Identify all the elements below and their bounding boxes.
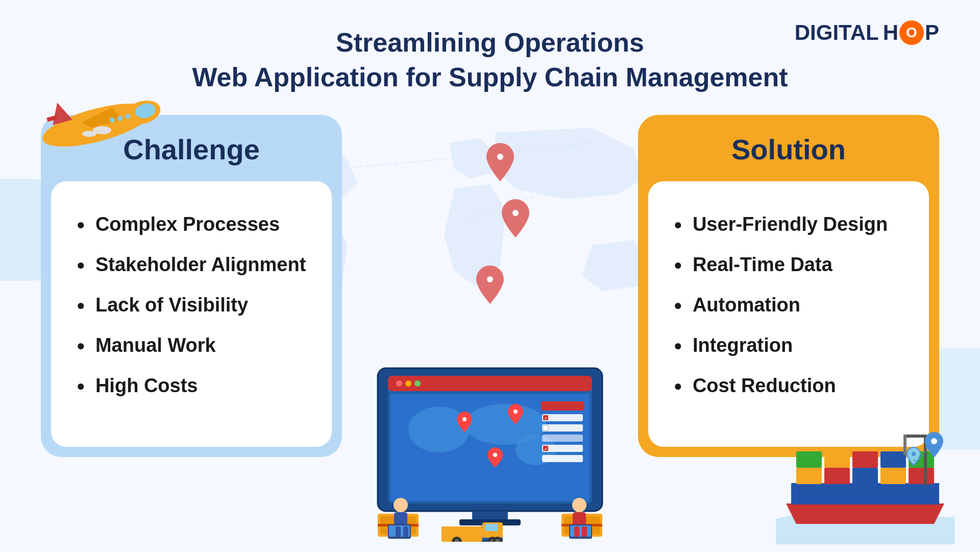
svg-point-90 xyxy=(931,438,937,444)
challenge-item-2: Stakeholder Alignment xyxy=(77,245,306,285)
logo: DIGITAL H O P xyxy=(795,20,939,45)
svg-point-50 xyxy=(394,498,408,512)
logo-digital-text: DIGITAL xyxy=(795,20,879,45)
airplane-decoration xyxy=(31,77,163,169)
svg-point-22 xyxy=(405,380,411,387)
svg-rect-76 xyxy=(791,483,939,505)
challenge-body: Complex Processes Stakeholder Alignment … xyxy=(51,181,332,447)
solution-item-5: Cost Reduction xyxy=(674,366,903,406)
svg-rect-54 xyxy=(396,526,401,537)
challenge-item-4: Manual Work xyxy=(77,325,306,366)
svg-rect-83 xyxy=(824,451,850,468)
svg-rect-82 xyxy=(796,451,822,468)
svg-rect-66 xyxy=(442,526,482,542)
svg-rect-77 xyxy=(796,468,822,484)
svg-text:✓: ✓ xyxy=(544,447,548,451)
svg-rect-85 xyxy=(880,451,906,468)
svg-rect-42 xyxy=(543,425,548,430)
svg-point-33 xyxy=(493,453,497,457)
svg-rect-89 xyxy=(903,435,906,455)
solution-list: User-Friendly Design Real-Time Data Auto… xyxy=(674,204,903,406)
svg-rect-69 xyxy=(485,524,498,531)
svg-point-31 xyxy=(513,410,518,414)
ship-decoration xyxy=(776,432,954,544)
svg-rect-63 xyxy=(574,526,579,537)
solution-title: Solution xyxy=(664,133,914,166)
solution-panel: Solution User-Friendly Design Real-Time … xyxy=(638,115,939,457)
svg-point-59 xyxy=(572,498,586,512)
svg-rect-37 xyxy=(542,435,583,442)
svg-rect-45 xyxy=(472,511,508,520)
logo-h-text: H xyxy=(883,20,898,45)
svg-rect-84 xyxy=(852,451,878,468)
logo-op-text: P xyxy=(925,20,939,45)
center-illustration: ✓ ✓ xyxy=(362,363,618,542)
logo-orange-circle: O xyxy=(899,20,924,45)
challenge-item-5: High Costs xyxy=(77,366,306,406)
challenge-list: Complex Processes Stakeholder Alignment … xyxy=(77,204,306,406)
solution-item-4: Integration xyxy=(674,325,903,366)
svg-rect-81 xyxy=(909,468,934,484)
svg-rect-39 xyxy=(542,455,583,462)
solution-item-2: Real-Time Data xyxy=(674,245,903,285)
svg-rect-78 xyxy=(824,468,850,484)
solution-body: User-Friendly Design Real-Time Data Auto… xyxy=(648,181,929,447)
svg-point-91 xyxy=(912,452,916,456)
svg-rect-88 xyxy=(903,435,927,438)
svg-point-16 xyxy=(82,131,96,137)
svg-rect-62 xyxy=(570,525,591,537)
svg-rect-80 xyxy=(880,468,906,484)
svg-rect-64 xyxy=(582,526,587,537)
solution-header: Solution xyxy=(638,115,939,181)
svg-rect-79 xyxy=(852,468,878,484)
challenge-item-1: Complex Processes xyxy=(77,204,306,245)
solution-item-1: User-Friendly Design xyxy=(674,204,903,245)
svg-point-23 xyxy=(414,380,421,387)
svg-rect-34 xyxy=(541,401,584,411)
svg-point-29 xyxy=(462,417,467,421)
solution-item-3: Automation xyxy=(674,285,903,325)
svg-rect-55 xyxy=(403,526,408,537)
svg-text:✓: ✓ xyxy=(544,416,548,421)
challenge-item-3: Lack of Visibility xyxy=(77,285,306,325)
svg-point-21 xyxy=(396,380,402,387)
